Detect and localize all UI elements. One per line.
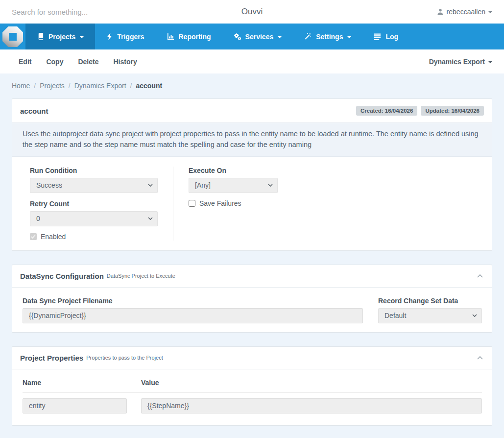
book-icon (37, 33, 44, 40)
datasync-panel-subtitle: DataSync Project to Execute (107, 273, 175, 279)
chevron-down-icon (80, 36, 84, 38)
step-form-right-column: Execute On [Any] Save Failures (173, 167, 278, 241)
filename-label: Data Sync Project Filename (23, 297, 363, 305)
updated-badge: Updated: 16/04/2026 (421, 106, 484, 116)
enabled-checkbox (30, 233, 37, 240)
nav-label: Settings (316, 33, 343, 41)
chevron-down-icon (488, 11, 492, 13)
bar-chart-icon (167, 33, 174, 40)
project-dropdown-label: Dynamics Export (429, 58, 485, 66)
step-panel: account Created: 16/04/2026 Updated: 16/… (12, 98, 492, 251)
record-change-label: Record Change Set Data (378, 297, 482, 305)
execute-on-select[interactable]: [Any] (189, 178, 278, 193)
delete-button[interactable]: Delete (71, 58, 106, 66)
run-condition-label: Run Condition (30, 167, 173, 174)
history-button[interactable]: History (106, 58, 144, 66)
main-navbar: Projects Triggers Reporting (0, 24, 504, 49)
nav-label: Log (385, 33, 398, 41)
nav-item-settings[interactable]: Settings (293, 24, 362, 49)
nav-label: Triggers (117, 33, 144, 41)
save-failures-checkbox[interactable] (189, 200, 195, 207)
project-dropdown[interactable]: Dynamics Export (429, 58, 492, 66)
nav-label: Projects (48, 33, 75, 41)
edit-button[interactable]: Edit (12, 58, 39, 66)
page-title: account (20, 107, 48, 115)
value-column-header: Value (141, 379, 482, 387)
datasync-panel-body: Data Sync Project Filename Record Change… (12, 288, 492, 332)
nav-label: Services (245, 33, 274, 41)
breadcrumb-separator: / (34, 82, 36, 90)
filename-input[interactable] (23, 308, 363, 323)
record-change-select[interactable]: Default (378, 308, 482, 323)
chevron-down-icon (488, 61, 492, 63)
created-badge: Created: 16/04/2026 (356, 106, 417, 116)
breadcrumb-dynamics-export[interactable]: Dynamics Export (74, 82, 126, 90)
datasync-panel-header: DataSync Configuration DataSync Project … (12, 265, 492, 288)
nav-item-log[interactable]: Log (362, 24, 409, 49)
save-failures-checkbox-row: Save Failures (189, 199, 278, 207)
top-bar: Ouvvi rebeccaallen (0, 0, 504, 24)
property-name-input[interactable] (23, 398, 127, 414)
enabled-checkbox-row: Enabled (30, 233, 173, 241)
retry-count-label: Retry Count (30, 200, 173, 208)
table-row (23, 393, 482, 414)
properties-table: Name Value (12, 369, 492, 425)
user-icon (437, 8, 444, 15)
run-condition-select[interactable]: Success (30, 178, 158, 193)
page-content: account Created: 16/04/2026 Updated: 16/… (0, 98, 504, 426)
nav-item-services[interactable]: Services (222, 24, 293, 49)
nav-item-projects[interactable]: Projects (25, 24, 95, 49)
name-column-header: Name (23, 379, 141, 387)
lightning-icon (106, 33, 113, 40)
list-icon (374, 33, 381, 40)
properties-panel-title: Project Properties (20, 354, 83, 362)
breadcrumb-separator: / (69, 82, 71, 90)
project-properties-panel: Project Properties Properties to pass to… (12, 346, 492, 426)
collapse-panel-button[interactable] (476, 355, 484, 361)
breadcrumb-separator: / (130, 82, 132, 90)
properties-panel-subtitle: Properties to pass to the Project (86, 355, 163, 361)
user-menu[interactable]: rebeccaallen (437, 8, 504, 16)
search-input[interactable] (0, 8, 211, 16)
copy-button[interactable]: Copy (39, 58, 71, 66)
chevron-down-icon (278, 36, 282, 38)
datasync-panel-title: DataSync Configuration (20, 272, 104, 280)
nav-label: Reporting (179, 33, 211, 41)
step-form: Run Condition Success Retry Count 0 (12, 157, 492, 250)
breadcrumb-current: account (136, 82, 162, 90)
breadcrumb-home[interactable]: Home (12, 82, 30, 90)
wand-icon (304, 33, 312, 40)
nav-item-triggers[interactable]: Triggers (95, 24, 155, 49)
properties-panel-header: Project Properties Properties to pass to… (12, 347, 492, 369)
properties-table-header: Name Value (23, 379, 482, 393)
breadcrumb: Home/Projects/Dynamics Export/account (0, 73, 504, 98)
step-form-left-column: Run Condition Success Retry Count 0 (30, 167, 173, 241)
user-name: rebeccaallen (447, 8, 485, 16)
collapse-panel-button[interactable] (476, 273, 484, 279)
breadcrumb-projects[interactable]: Projects (40, 82, 65, 90)
step-description: Uses the autoproject data sync project w… (12, 122, 492, 157)
execute-on-label: Execute On (189, 167, 278, 174)
action-bar: Edit Copy Delete History Dynamics Export (0, 49, 504, 73)
chevron-down-icon (347, 36, 351, 38)
datasync-config-panel: DataSync Configuration DataSync Project … (12, 265, 492, 333)
retry-count-select[interactable]: 0 (30, 211, 158, 226)
enabled-label: Enabled (41, 233, 66, 241)
property-value-input[interactable] (141, 398, 482, 414)
save-failures-label: Save Failures (199, 199, 241, 207)
ouvvi-logo[interactable] (0, 24, 25, 49)
nav-item-reporting[interactable]: Reporting (156, 24, 222, 49)
step-panel-header: account Created: 16/04/2026 Updated: 16/… (12, 99, 492, 122)
gears-icon (234, 33, 241, 40)
